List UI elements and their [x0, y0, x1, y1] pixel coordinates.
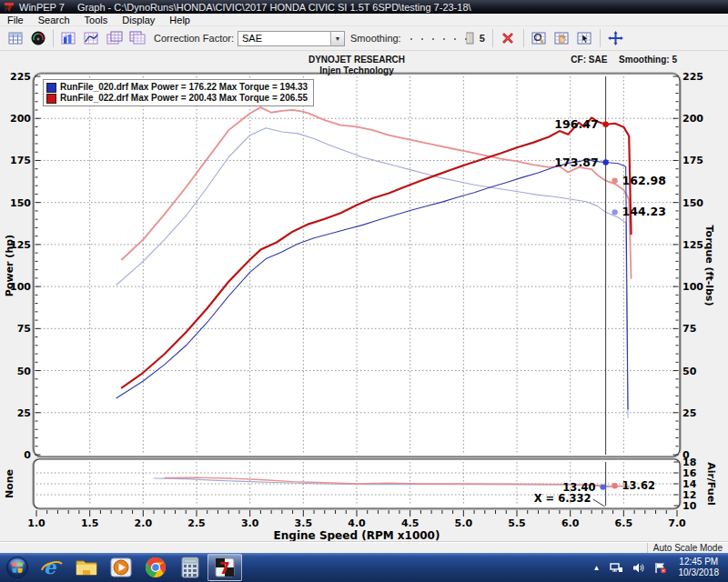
power-axis-title: Power (hp): [4, 235, 15, 296]
graph-line-button[interactable]: [80, 28, 103, 49]
cursor-x-label: X = 6.332: [534, 492, 592, 505]
torque-axis-title: Torque (ft-lbs): [703, 226, 715, 306]
cursor-marker-173.87: [602, 159, 608, 165]
cursor-value-label: 196.47: [554, 117, 598, 131]
chart-subtitle: Injen Technology: [308, 65, 405, 76]
smoothing-label: Smoothing:: [350, 33, 401, 44]
taskbar-calculator[interactable]: [173, 554, 207, 581]
taskbar-media-player[interactable]: [104, 554, 138, 581]
toolbar-separator: [600, 29, 601, 47]
svg-text:e: e: [44, 556, 57, 578]
data-grid-button[interactable]: [4, 28, 26, 49]
main-toolbar: Correction Factor: SAE ▼ Smoothing: 5: [0, 26, 728, 51]
cursor-value-label: 144.23: [622, 205, 666, 218]
af-axis-title: Air/Fuel: [705, 462, 717, 506]
hidden-icons-arrow[interactable]: ▲: [593, 564, 601, 572]
torque-tick-label: 125: [682, 239, 703, 251]
chart-title: DYNOJET RESEARCH: [308, 55, 405, 65]
action-center-flag-icon[interactable]: [654, 562, 667, 574]
cursor-tool-button[interactable]: [604, 28, 627, 49]
taskbar-chrome[interactable]: [138, 554, 173, 581]
power-tick-label: 200: [10, 113, 31, 125]
graph-line-icon: [84, 31, 99, 45]
x-tick-label: 5.0: [455, 517, 473, 529]
cursor-marker-144.23: [612, 209, 617, 215]
x-tick-label: 6.0: [561, 517, 580, 529]
power-tick-label: 225: [10, 71, 31, 83]
title-bar: WinPEP 7 Graph - C:\DynoRuns\HONDA\CIVIC…: [0, 0, 728, 14]
power-tick-label: 75: [17, 323, 31, 335]
select-run-button[interactable]: [573, 28, 596, 49]
x-tick-label: 6.5: [615, 517, 633, 529]
torque-tick-label: 175: [682, 155, 703, 166]
menu-tools[interactable]: Tools: [77, 15, 116, 25]
window-title: Graph - C:\DynoRuns\HONDA\CIVIC\2017 HON…: [77, 2, 471, 13]
chrome-icon: [144, 556, 167, 579]
power-tick-label: 50: [17, 366, 32, 377]
x-tick-label: 2.0: [135, 517, 153, 529]
af-tick-label: 16: [682, 467, 697, 479]
af-tick-label: 18: [682, 457, 696, 468]
run022-swatch: [46, 94, 56, 104]
torque-tick-label: 25: [682, 407, 696, 419]
correction-factor-label: Correction Factor:: [154, 33, 234, 44]
network-icon[interactable]: [610, 562, 623, 574]
smoothing-slider[interactable]: [407, 31, 476, 45]
system-tray: ▲ 12:45 PM 10/3/2018: [589, 553, 728, 582]
speaker-icon[interactable]: [632, 562, 645, 574]
start-button[interactable]: [0, 554, 35, 581]
graph-3d-button[interactable]: [57, 28, 80, 49]
dyno-chart[interactable]: 1.01.52.02.53.03.54.04.55.05.56.06.57.00…: [0, 51, 728, 542]
explorer-folder-icon: [75, 556, 98, 579]
correction-factor-value: SAE: [238, 33, 330, 44]
taskbar-winpep-active[interactable]: 7: [207, 554, 242, 581]
clear-graphs-button[interactable]: [497, 28, 520, 49]
cursor-value-label: 162.98: [622, 174, 666, 187]
x-tick-label: 1.5: [81, 517, 99, 529]
legend-row-run020[interactable]: RunFile_020.drf Max Power = 176.22 Max T…: [46, 82, 308, 93]
scale-mode-status: Auto Scale Mode: [647, 543, 728, 553]
legend-row-run022[interactable]: RunFile_022.drf Max Power = 200.43 Max T…: [46, 93, 308, 104]
svg-text:7: 7: [219, 559, 230, 577]
power-tick-label: 25: [17, 407, 31, 419]
select-arrow-icon: [577, 31, 592, 45]
taskbar-internet-explorer[interactable]: e: [35, 554, 69, 581]
gauges-button[interactable]: [26, 28, 49, 49]
torque-tick-label: 100: [682, 281, 703, 293]
internet-explorer-icon: e: [40, 556, 64, 579]
cursor-value-label: 13.62: [622, 479, 655, 492]
smoothing-value: 5: [480, 33, 485, 44]
correction-factor-select[interactable]: SAE ▼: [238, 31, 345, 46]
menu-help[interactable]: Help: [162, 15, 197, 25]
af-tick-label: 12: [682, 489, 696, 501]
taskbar: e: [0, 553, 728, 582]
gauges-icon: [31, 31, 46, 45]
cursor-value-label: 173.87: [554, 156, 598, 169]
menu-file[interactable]: File: [0, 15, 31, 25]
power-tick-label: 0: [24, 449, 31, 461]
af-left-axis-title: None: [4, 469, 15, 498]
graph-overlay-button[interactable]: [103, 28, 126, 49]
menu-bar: File Search Tools Display Help: [0, 14, 728, 26]
graph-3d-icon: [61, 31, 76, 45]
chevron-down-icon[interactable]: ▼: [330, 32, 344, 45]
legend-box[interactable]: RunFile_020.drf Max Power = 176.22 Max T…: [43, 79, 314, 106]
cursor-crosshair-icon: [608, 31, 623, 45]
taskbar-clock[interactable]: 12:45 PM 10/3/2018: [679, 557, 720, 578]
menu-search[interactable]: Search: [31, 15, 77, 25]
status-bar: Auto Scale Mode: [0, 542, 728, 553]
taskbar-explorer[interactable]: [69, 554, 104, 581]
smoothing-readout: Smoothing: 5: [619, 55, 677, 65]
torque-tick-label: 200: [682, 113, 703, 125]
zoom-graph-button[interactable]: [528, 28, 551, 49]
toolbar-separator: [53, 29, 54, 47]
app-name: WinPEP 7: [19, 2, 65, 13]
chart-header: DYNOJET RESEARCH Injen Technology: [308, 55, 405, 76]
graph-multi-button[interactable]: [126, 28, 148, 49]
calculator-icon: [179, 556, 201, 579]
zoom-graph-icon: [531, 31, 547, 45]
pan-graph-button[interactable]: [551, 28, 573, 49]
graph-overlay-icon: [106, 31, 123, 45]
menu-display[interactable]: Display: [115, 15, 162, 25]
winpep-app-icon: 7: [214, 557, 236, 578]
